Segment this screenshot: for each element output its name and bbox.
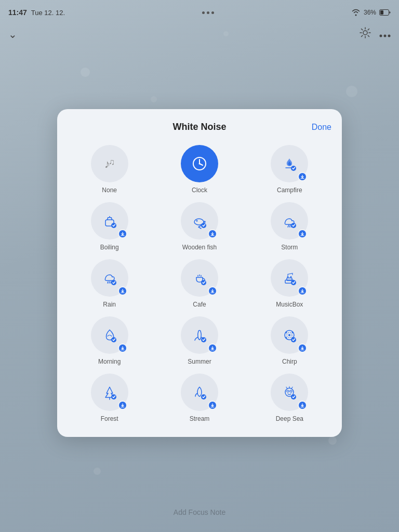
center-dot <box>207 11 209 14</box>
download-badge <box>118 343 127 353</box>
sound-item-forest[interactable]: Forest <box>68 374 151 422</box>
svg-point-23 <box>108 217 109 218</box>
sound-label-storm: Storm <box>281 244 298 251</box>
svg-point-55 <box>292 332 294 334</box>
sound-icon-forest <box>91 374 128 411</box>
status-date: Tue 12. 12. <box>31 9 65 17</box>
sound-icon-boiling <box>91 202 128 240</box>
svg-point-13 <box>388 35 391 37</box>
svg-line-36 <box>111 282 111 283</box>
svg-point-54 <box>286 332 287 334</box>
status-center <box>202 11 214 14</box>
sound-label-clock: Clock <box>192 187 207 194</box>
svg-rect-42 <box>287 278 292 281</box>
sound-grid: ♪ ♫ None Clock <box>68 145 331 422</box>
svg-point-29 <box>196 220 197 222</box>
svg-point-25 <box>111 217 112 218</box>
sound-item-wooden-fish[interactable]: Wooden fish <box>157 202 241 251</box>
bokeh-dot <box>328 436 337 445</box>
svg-line-35 <box>109 282 110 283</box>
sound-label-cafe: Cafe <box>193 301 206 308</box>
wifi-icon <box>351 9 361 16</box>
status-left: 11:47 Tue 12. 12. <box>8 8 65 17</box>
download-badge <box>298 286 307 296</box>
sound-label-morning: Morning <box>98 358 121 365</box>
download-badge <box>298 172 307 181</box>
sound-icon-summer <box>181 316 218 354</box>
sound-item-morning[interactable]: Morning <box>68 316 151 365</box>
status-bar: 11:47 Tue 12. 12. 36% <box>0 0 399 25</box>
svg-point-53 <box>288 334 290 336</box>
download-badge <box>208 286 217 296</box>
svg-point-12 <box>384 35 387 37</box>
sound-item-campfire[interactable]: Campfire <box>248 145 331 194</box>
white-noise-modal: White Noise Done ♪ ♫ None <box>57 109 342 437</box>
download-badge <box>118 286 127 296</box>
sound-icon-musicbox <box>271 259 308 297</box>
sound-item-cafe[interactable]: Cafe <box>157 259 241 308</box>
sound-icon-wooden-fish <box>181 202 218 240</box>
svg-line-9 <box>368 29 369 30</box>
bokeh-dot <box>346 86 357 97</box>
sound-label-summer: Summer <box>188 358 211 365</box>
add-focus-note[interactable]: Add Focus Note <box>0 508 399 516</box>
sound-item-stream[interactable]: Stream <box>157 374 241 422</box>
svg-line-68 <box>286 387 287 389</box>
download-badge <box>208 401 217 410</box>
sound-item-summer[interactable]: Summer <box>157 316 241 365</box>
center-dot <box>211 11 214 14</box>
status-time: 11:47 <box>8 8 27 17</box>
download-badge <box>298 229 307 238</box>
sound-icon-campfire <box>271 145 308 182</box>
sound-label-stream: Stream <box>190 415 210 422</box>
download-badge <box>298 401 307 410</box>
svg-line-7 <box>362 29 363 30</box>
svg-rect-1 <box>380 10 383 15</box>
modal-header: White Noise Done <box>68 122 331 132</box>
svg-line-34 <box>108 282 108 283</box>
status-right: 36% <box>351 9 391 16</box>
download-badge <box>118 229 127 238</box>
more-options-icon[interactable] <box>379 28 391 40</box>
brightness-icon[interactable] <box>360 27 371 41</box>
sound-label-wooden-fish: Wooden fish <box>182 244 217 251</box>
download-badge <box>298 343 307 353</box>
sound-label-rain: Rain <box>103 301 116 308</box>
battery-icon <box>379 9 391 16</box>
top-right-controls <box>360 27 391 41</box>
sound-icon-deep-sea <box>271 374 308 411</box>
done-button[interactable]: Done <box>312 123 331 132</box>
sound-label-campfire: Campfire <box>277 187 302 194</box>
download-badge <box>208 229 217 238</box>
chevron-down-icon[interactable]: ⌄ <box>8 28 17 41</box>
center-dot <box>202 11 205 14</box>
sound-label-boiling: Boiling <box>100 244 119 251</box>
bokeh-dot <box>81 68 90 77</box>
bokeh-dot <box>151 96 157 102</box>
top-controls: ⌄ <box>8 27 391 41</box>
sound-icon-chirp <box>271 316 308 354</box>
sound-item-deep-sea[interactable]: Deep Sea <box>248 374 331 422</box>
sound-icon-rain <box>91 259 128 297</box>
sound-label-musicbox: MusicBox <box>276 301 303 308</box>
svg-text:♫: ♫ <box>109 157 115 166</box>
sound-label-forest: Forest <box>101 415 118 422</box>
battery-percent: 36% <box>364 9 376 16</box>
download-badge <box>208 343 217 353</box>
svg-point-24 <box>109 216 110 217</box>
sound-icon-none: ♪ ♫ <box>91 145 128 182</box>
sound-icon-cafe <box>181 259 218 297</box>
svg-point-11 <box>380 35 382 37</box>
svg-point-44 <box>290 276 292 278</box>
svg-line-8 <box>368 35 369 36</box>
sound-icon-clock <box>181 145 218 182</box>
sound-item-boiling[interactable]: Boiling <box>68 202 151 251</box>
sound-item-rain[interactable]: Rain <box>68 259 151 308</box>
sound-item-chirp[interactable]: Chirp <box>248 316 331 365</box>
sound-item-none[interactable]: ♪ ♫ None <box>68 145 151 194</box>
svg-line-10 <box>362 35 363 36</box>
sound-item-storm[interactable]: Storm <box>248 202 331 251</box>
svg-point-67 <box>290 390 292 392</box>
sound-item-clock[interactable]: Clock <box>157 145 241 194</box>
sound-item-musicbox[interactable]: MusicBox <box>248 259 331 308</box>
